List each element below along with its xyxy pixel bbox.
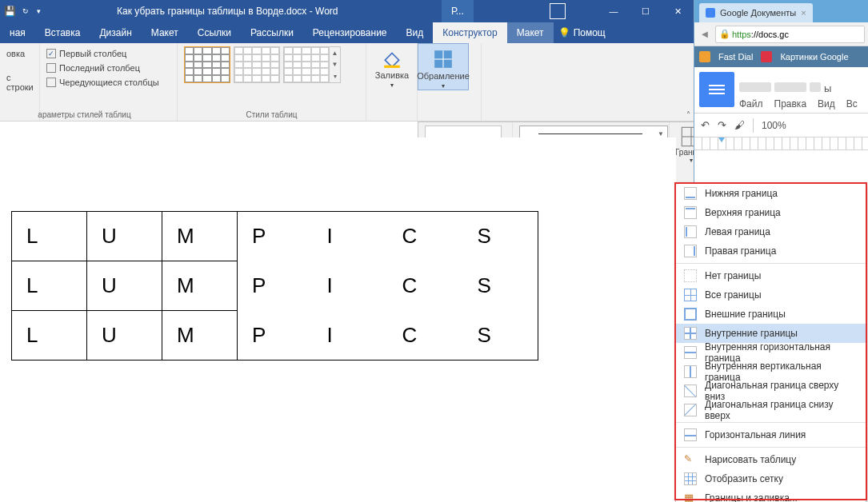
menu-left-border[interactable]: Левая граница xyxy=(676,222,866,241)
gdocs-menu-file[interactable]: Файл xyxy=(739,98,763,110)
zoom-value[interactable]: 100% xyxy=(762,120,786,131)
chrome-tabstrip: Google Документы × xyxy=(694,0,868,22)
inside-h-icon xyxy=(684,346,697,359)
qat-more-icon[interactable]: ▾ xyxy=(32,7,45,15)
bookmark-google-images[interactable]: Картинки Google xyxy=(780,52,848,62)
address-bar[interactable]: 🔒 https://docs.gc xyxy=(715,26,865,43)
cell[interactable]: C xyxy=(388,212,463,261)
tab-table-design[interactable]: Конструктор xyxy=(433,22,506,43)
shading-button[interactable]: Заливка▾ xyxy=(366,43,418,89)
cell[interactable]: M xyxy=(162,261,238,311)
menu-inside-horizontal[interactable]: Внутренняя горизонтальная граница xyxy=(676,343,866,362)
menu-draw-table[interactable]: Нарисовать таблицу xyxy=(676,450,866,469)
table-style-3[interactable] xyxy=(283,46,330,83)
top-border-icon xyxy=(684,206,697,219)
back-icon[interactable]: ◄ xyxy=(698,28,712,40)
menu-view-gridlines[interactable]: Отобразить сетку xyxy=(676,469,866,488)
cell[interactable]: L xyxy=(12,261,87,311)
tab-insert[interactable]: Вставка xyxy=(35,22,90,43)
cell[interactable]: M xyxy=(162,212,238,261)
cell[interactable]: U xyxy=(87,212,162,261)
indent-marker-icon[interactable] xyxy=(718,137,725,142)
gridlines-icon xyxy=(684,472,697,485)
chk-last-column[interactable]: Последний столбец xyxy=(46,61,170,75)
borders-dropdown-button[interactable]: Обрамление▾ xyxy=(418,43,469,90)
gdocs-ruler[interactable] xyxy=(694,137,868,150)
gdocs-logo-icon[interactable] xyxy=(699,72,734,107)
document-area[interactable]: L U M P I C S L U M P I C S L U M P I C … xyxy=(0,137,676,502)
close-button[interactable]: ✕ xyxy=(662,0,694,22)
opt-banded-rows-partial[interactable]: с строки xyxy=(6,73,34,92)
cell[interactable]: P xyxy=(238,261,313,311)
tell-me[interactable]: 💡Помощ xyxy=(558,22,606,43)
tab-layout[interactable]: Макет xyxy=(142,22,188,43)
cell[interactable]: S xyxy=(463,311,538,361)
example-table[interactable]: L U M P I C S L U M P I C S L U M P I C … xyxy=(11,211,538,361)
gdocs-menu-edit[interactable]: Правка xyxy=(774,98,807,110)
undo-icon[interactable]: ↶ xyxy=(701,119,710,131)
gdocs-doc-title[interactable]: ы xyxy=(739,82,858,98)
gdocs-menu-insert[interactable]: Вс xyxy=(846,98,858,110)
bookmark-fastdial[interactable]: Fast Dial xyxy=(718,52,753,62)
menu-bottom-border[interactable]: Нижняя граница xyxy=(676,184,866,203)
redo-icon[interactable]: ↷ xyxy=(718,119,726,131)
close-tab-icon[interactable]: × xyxy=(801,8,806,18)
tab-review[interactable]: Рецензирование xyxy=(303,22,397,43)
gdocs-menu-view[interactable]: Вид xyxy=(818,98,835,110)
tab-mailings[interactable]: Рассылки xyxy=(241,22,303,43)
menu-no-border[interactable]: Нет границы xyxy=(676,266,866,285)
cell[interactable]: P xyxy=(238,212,313,261)
tab-home[interactable]: ная xyxy=(0,22,35,43)
cell[interactable]: I xyxy=(313,212,388,261)
tab-design[interactable]: Дизайн xyxy=(90,22,141,43)
chk-banded-columns[interactable]: Чередующиеся столбцы xyxy=(46,75,170,90)
menu-outside-borders[interactable]: Внешние границы xyxy=(676,305,866,324)
share-icon[interactable] xyxy=(550,3,566,19)
chk-first-column[interactable]: ✓Первый столбец xyxy=(46,46,170,61)
table-style-1[interactable] xyxy=(184,46,230,83)
paint-format-icon[interactable]: 🖌 xyxy=(734,119,745,131)
menu-borders-and-shading[interactable]: Границы и заливка... xyxy=(676,488,866,502)
menu-diagonal-up[interactable]: Диагональная граница снизу вверх xyxy=(676,400,866,420)
cell[interactable]: U xyxy=(87,261,162,311)
cell[interactable]: M xyxy=(162,311,238,361)
gallery-more-button[interactable]: ▲▼▾ xyxy=(330,46,341,83)
maximize-button[interactable]: ☐ xyxy=(630,0,662,22)
inside-borders-icon xyxy=(684,327,697,340)
cell[interactable]: L xyxy=(12,311,87,361)
menu-horizontal-line[interactable]: Горизонтальная линия xyxy=(676,425,866,444)
table-styles-gallery[interactable] xyxy=(184,46,330,83)
bulb-icon: 💡 xyxy=(558,27,570,38)
menu-top-border[interactable]: Верхняя граница xyxy=(676,203,866,222)
cell[interactable]: I xyxy=(313,261,388,311)
tab-table-layout[interactable]: Макет xyxy=(507,22,554,43)
cell[interactable]: C xyxy=(388,311,463,361)
collapse-ribbon-icon[interactable]: ˄ xyxy=(686,110,690,119)
save-icon[interactable]: 💾 xyxy=(0,6,19,17)
tab-view[interactable]: Вид xyxy=(397,22,434,43)
cell[interactable]: L xyxy=(12,212,87,261)
cell[interactable]: C xyxy=(388,261,463,311)
cell[interactable]: S xyxy=(463,212,538,261)
qat-redo-icon[interactable]: ↻ xyxy=(19,7,32,15)
table-style-2[interactable] xyxy=(234,46,280,83)
diag-up-icon xyxy=(684,404,697,416)
cell[interactable]: S xyxy=(463,261,538,311)
cell[interactable]: I xyxy=(313,311,388,361)
bookmark-icon xyxy=(761,51,772,62)
gdocs-toolbar: ↶ ↷ 🖌 100% xyxy=(694,114,868,137)
tab-references[interactable]: Ссылки xyxy=(188,22,241,43)
chrome-tab-gdocs[interactable]: Google Документы × xyxy=(699,3,813,22)
menu-inside-borders[interactable]: Внутренние границы xyxy=(676,324,866,343)
menu-right-border[interactable]: Правая граница xyxy=(676,241,866,261)
all-borders-icon xyxy=(684,289,697,301)
menu-all-borders[interactable]: Все границы xyxy=(676,285,866,305)
minimize-button[interactable]: — xyxy=(598,0,630,22)
group-table-styles: Стили таблиц xyxy=(184,109,359,119)
opt-header-row-partial[interactable]: овка xyxy=(6,49,25,58)
menu-diagonal-down[interactable]: Диагональная граница сверху вниз xyxy=(676,381,866,400)
cell[interactable]: P xyxy=(238,311,313,361)
svg-rect-0 xyxy=(384,66,400,68)
cell[interactable]: U xyxy=(87,311,162,361)
menu-inside-vertical[interactable]: Внутренняя вертикальная граница xyxy=(676,362,866,381)
